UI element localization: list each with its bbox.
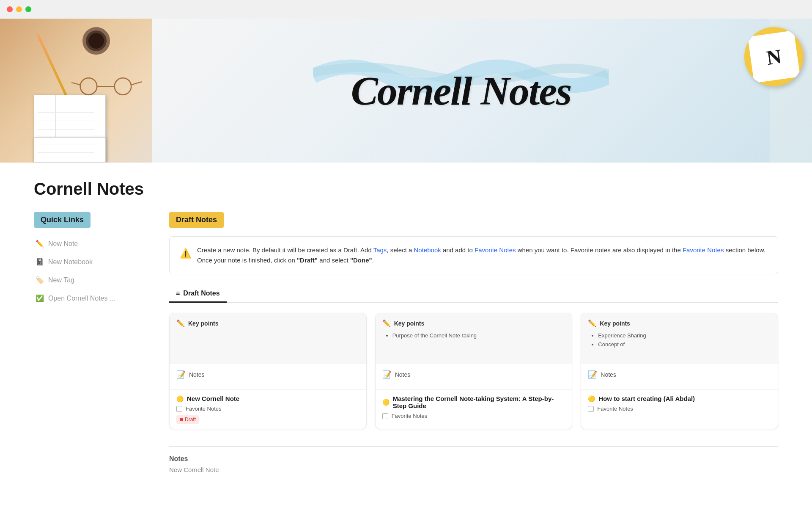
- key-points-label-3: Key points: [600, 320, 630, 327]
- favorite-notes-label-3: Favorite Notes: [597, 406, 633, 412]
- notes-emoji-2: 📝: [382, 370, 392, 379]
- card-checkbox-row-1: Favorite Notes: [176, 406, 359, 412]
- card-preview-bullets-2: Purpose of the Cornell Note-taking: [382, 331, 565, 340]
- info-text-3: and add to: [441, 246, 475, 254]
- info-link-notebook[interactable]: Notebook: [414, 246, 441, 254]
- card-title-3: 🟡 How to start creating (Ali Abdal): [588, 395, 771, 402]
- card-checkbox-row-2: Favorite Notes: [382, 413, 565, 419]
- card-title-1: 🟡 New Cornell Note: [176, 395, 359, 402]
- new-note-icon: ✏️: [36, 240, 44, 248]
- bullet-experience: Experience Sharing: [598, 331, 771, 340]
- info-link-favorite2[interactable]: Favorite Notes: [683, 246, 724, 254]
- template-line: [38, 152, 94, 153]
- banner: Cornell Notes N: [0, 19, 812, 163]
- key-points-label-1: Key points: [188, 320, 219, 327]
- draft-notes-tab-bar: ≡ Draft Notes: [169, 286, 778, 303]
- quick-links-list: ✏️ New Note 📓 New Notebook 🏷️ New Tag ✅ …: [34, 236, 152, 306]
- bullet-concept: Concept of: [598, 340, 771, 349]
- quick-links-header: Quick Links: [34, 212, 91, 228]
- cards-grid: ✏️ Key points 📝 Notes 🟡 New Corn: [169, 313, 778, 429]
- draft-badge-1: Draft: [176, 415, 199, 424]
- cornell-template-inner: [34, 137, 106, 163]
- card-new-cornell-note[interactable]: ✏️ Key points 📝 Notes 🟡 New Corn: [169, 313, 367, 429]
- notion-badge-inner: N: [748, 30, 800, 83]
- info-bold-draft: "Draft": [297, 257, 318, 264]
- favorite-notes-checkbox-3[interactable]: [588, 406, 594, 412]
- template-line: [38, 144, 94, 144]
- draft-badge-text-1: Draft: [185, 417, 196, 422]
- tab-label: Draft Notes: [183, 290, 219, 297]
- card-title-text-1: New Cornell Note: [187, 395, 239, 402]
- draft-notes-header: Draft Notes: [169, 212, 224, 228]
- glasses-decoration: [68, 74, 144, 99]
- card-body-header-3: 📝 Notes: [588, 370, 771, 379]
- favorite-notes-checkbox-1[interactable]: [176, 406, 182, 412]
- card-title-emoji-1: 🟡: [176, 395, 184, 402]
- info-bold-done: "Done": [350, 257, 372, 264]
- notion-badge: N: [744, 27, 804, 86]
- banner-title: Cornell Notes: [351, 67, 571, 114]
- notes-label-1: Notes: [189, 371, 205, 378]
- bullet-purpose: Purpose of the Cornell Note-taking: [392, 331, 565, 340]
- draft-notes-column: Draft Notes ⚠️ Create a new note. By def…: [169, 212, 778, 473]
- info-text-1: Create a new note. By default it will be…: [197, 246, 373, 254]
- info-text-content: Create a new note. By default it will be…: [197, 245, 768, 265]
- card-how-to-start[interactable]: ✏️ Key points Experience Sharing Concept…: [581, 313, 778, 429]
- card-preview-3: ✏️ Key points Experience Sharing Concept…: [581, 313, 778, 364]
- card-preview-header-2: ✏️ Key points: [382, 319, 565, 327]
- maximize-button[interactable]: [25, 6, 31, 12]
- card-body-2: 📝 Notes: [376, 364, 572, 390]
- notes-label-3: Notes: [601, 371, 616, 378]
- new-notebook-label: New Notebook: [48, 258, 93, 266]
- quick-link-new-tag[interactable]: 🏷️ New Tag: [34, 273, 152, 287]
- card-body-1: 📝 Notes: [170, 364, 366, 390]
- notion-n-letter: N: [765, 44, 783, 69]
- notes-emoji-1: 📝: [176, 370, 186, 379]
- quick-link-new-notebook[interactable]: 📓 New Notebook: [34, 254, 152, 269]
- card-mastering-cornell[interactable]: ✏️ Key points Purpose of the Cornell Not…: [375, 313, 573, 429]
- template-line: [38, 112, 94, 113]
- card-footer-2: 🟡 Mastering the Cornell Note-taking Syst…: [376, 390, 572, 428]
- info-text-7: .: [372, 257, 374, 264]
- quick-link-new-note[interactable]: ✏️ New Note: [34, 236, 152, 251]
- card-preview-2: ✏️ Key points Purpose of the Cornell Not…: [376, 313, 572, 364]
- card-body-header-2: 📝 Notes: [382, 370, 565, 379]
- card-title-2: 🟡 Mastering the Cornell Note-taking Syst…: [382, 395, 565, 409]
- template-line: [38, 129, 94, 130]
- main-content: Cornell Notes Quick Links ✏️ New Note 📓 …: [0, 163, 812, 490]
- card-body-3: 📝 Notes: [581, 364, 778, 390]
- pencil-decoration: [36, 34, 67, 97]
- page-title: Cornell Notes: [34, 179, 778, 199]
- bottom-section: Notes New Cornell Note: [169, 446, 778, 473]
- card-title-emoji-2: 🟡: [382, 399, 390, 406]
- notes-emoji-3: 📝: [588, 370, 597, 379]
- card-checkbox-row-3: Favorite Notes: [588, 406, 771, 412]
- close-button[interactable]: [7, 6, 13, 12]
- card-footer-1: 🟡 New Cornell Note Favorite Notes Draft: [170, 390, 366, 429]
- notes-section-title: Notes: [169, 455, 778, 463]
- notes-label-2: Notes: [395, 371, 411, 378]
- svg-line-4: [131, 82, 142, 85]
- key-points-icon-3: ✏️: [588, 319, 596, 327]
- info-link-tags[interactable]: Tags: [373, 246, 387, 254]
- quick-link-open-cornell[interactable]: ✅ Open Cornell Notes ...: [34, 291, 152, 306]
- tab-draft-notes[interactable]: ≡ Draft Notes: [169, 286, 227, 303]
- info-text-4: when you want to. Favorite notes are als…: [516, 246, 683, 254]
- svg-line-3: [71, 83, 80, 85]
- new-note-label: New Note: [48, 240, 78, 248]
- info-icon: ⚠️: [180, 246, 191, 261]
- favorite-notes-checkbox-2[interactable]: [382, 413, 388, 419]
- card-body-header-1: 📝 Notes: [176, 370, 359, 379]
- card-preview-1: ✏️ Key points: [170, 313, 366, 364]
- svg-point-0: [80, 78, 97, 95]
- draft-badge-dot-1: [180, 418, 183, 421]
- banner-center: Cornell Notes: [152, 19, 770, 163]
- key-points-label-2: Key points: [394, 320, 425, 327]
- new-cornell-note-link[interactable]: New Cornell Note: [169, 466, 778, 473]
- coffee-cup-decoration: [82, 27, 110, 55]
- info-link-favorite-notes[interactable]: Favorite Notes: [475, 246, 516, 254]
- quick-links-column: Quick Links ✏️ New Note 📓 New Notebook 🏷…: [34, 212, 152, 306]
- template-line: [38, 104, 94, 104]
- minimize-button[interactable]: [16, 6, 22, 12]
- card-preview-header-1: ✏️ Key points: [176, 319, 359, 327]
